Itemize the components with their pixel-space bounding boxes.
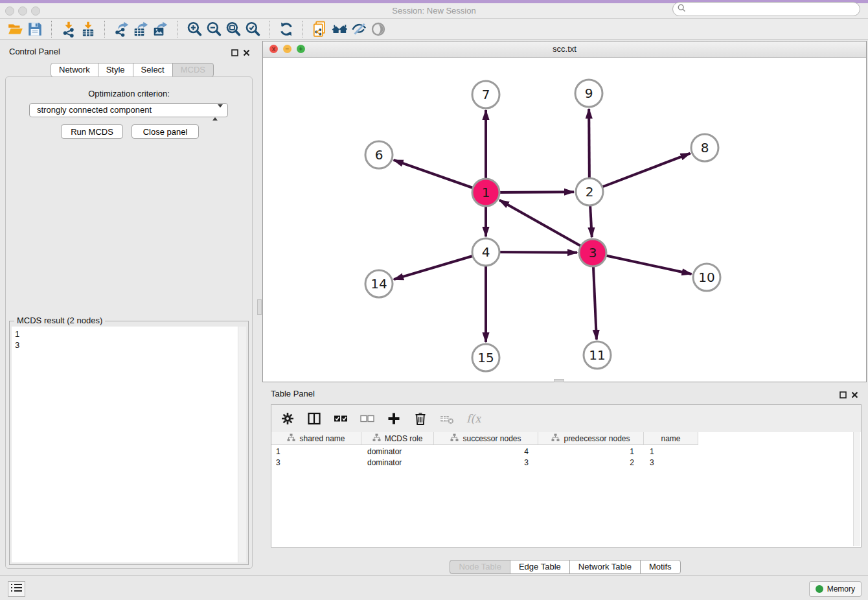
table-row[interactable]: 1dominator411 [271,446,698,457]
node-label: 7 [482,87,490,102]
toolbar-separator [303,21,304,38]
node-11[interactable]: 11 [584,341,611,369]
column-header-MCDS-role[interactable]: MCDS role [361,432,434,445]
table-row[interactable]: 3dominator323 [271,457,698,468]
table-cell[interactable]: 1 [271,446,361,457]
node-6[interactable]: 6 [365,141,393,168]
table-cell[interactable]: dominator [361,457,434,468]
clone-network-icon[interactable] [310,19,330,39]
table-tab-node-table[interactable]: Node Table [450,560,510,574]
edge-3-1[interactable] [499,200,593,253]
add-row-icon[interactable] [385,409,402,428]
table-panel: Table Panel f(x) shared nameMCDS rolesuc… [262,386,868,575]
zoom-in-icon[interactable] [185,19,204,39]
show-graphics-details-icon[interactable] [369,19,388,39]
close-panel-icon[interactable] [243,47,250,59]
memory-status-icon [816,585,823,593]
control-tab-select[interactable]: Select [133,63,173,77]
task-history-button[interactable] [8,581,25,597]
table-cell[interactable]: 2 [538,457,644,468]
search-field[interactable] [672,2,860,16]
node-8[interactable]: 8 [691,134,718,161]
delete-column-icon [439,409,455,428]
control-tab-mcds[interactable]: MCDS [172,63,214,77]
zoom-selected-icon[interactable] [243,19,262,39]
control-tab-style[interactable]: Style [98,63,133,77]
save-session-icon[interactable] [25,19,45,39]
tree-icon [551,433,560,444]
table-cell[interactable]: 1 [644,446,698,457]
control-tab-network[interactable]: Network [51,63,98,77]
column-header-predecessor-nodes[interactable]: predecessor nodes [538,432,644,445]
node-15[interactable]: 15 [472,344,499,371]
float-panel-icon[interactable] [231,47,238,59]
control-panel-tabs: NetworkStyleSelectMCDS [51,63,214,77]
table-cell[interactable]: 3 [271,457,361,468]
node-table[interactable]: shared nameMCDS rolesuccessor nodesprede… [271,432,861,547]
hide-graphics-details-icon[interactable] [349,19,369,39]
node-4[interactable]: 4 [472,238,499,266]
edge-3-10[interactable] [593,253,692,274]
gear-icon[interactable] [279,409,296,428]
zoom-fit-icon[interactable] [223,19,243,39]
network-graph-canvas[interactable]: 7968124314101511 [263,57,866,382]
table-cell[interactable]: 4 [434,446,538,457]
memory-button[interactable]: Memory [809,581,862,597]
node-2[interactable]: 2 [576,178,603,205]
close-panel-button[interactable]: Close panel [131,124,199,139]
node-label: 3 [589,245,597,260]
table-cell[interactable]: 3 [644,457,698,468]
node-9[interactable]: 9 [575,80,602,107]
mcds-tab-content: Optimization criterion: strongly connect… [5,76,253,569]
edge-2-8[interactable] [589,154,691,192]
zoom-out-icon[interactable] [204,19,223,39]
close-table-panel-icon[interactable] [851,389,858,401]
node-3[interactable]: 3 [579,239,606,266]
table-cell[interactable]: 3 [434,457,538,468]
network-window-titlebar[interactable]: x − + scc.txt [263,41,866,58]
import-table-icon[interactable] [78,19,98,39]
search-input[interactable] [689,4,860,14]
export-image-icon[interactable] [151,19,170,39]
horizontal-splitter-handle[interactable] [554,379,564,382]
network-view-window: x − + scc.txt 7968124314101511 [262,41,867,382]
deselect-all-icon[interactable] [359,409,376,428]
optimization-criterion-select[interactable]: strongly connected component [29,103,228,117]
column-header-name[interactable]: name [644,432,698,445]
node-7[interactable]: 7 [472,81,499,108]
node-label: 4 [482,244,490,260]
column-header-label: successor nodes [463,434,521,443]
home-icon[interactable] [330,19,349,39]
mcds-result-text[interactable]: 13 [12,327,246,562]
export-table-icon[interactable] [131,19,151,39]
node-14[interactable]: 14 [365,270,393,297]
column-view-icon[interactable] [306,409,323,428]
node-10[interactable]: 10 [693,264,720,291]
table-scrollbar[interactable] [853,432,860,546]
edge-1-6[interactable] [394,160,486,192]
table-tab-network-table[interactable]: Network Table [569,560,641,574]
table-tab-motifs[interactable]: Motifs [640,560,681,574]
refresh-layout-icon[interactable] [277,19,296,39]
vertical-splitter-handle[interactable] [257,299,262,315]
result-line: 1 [15,329,243,340]
result-scrollbar[interactable] [238,327,246,562]
column-header-successor-nodes[interactable]: successor nodes [434,432,538,445]
search-icon [678,3,686,15]
delete-row-icon[interactable] [412,409,429,428]
table-cell[interactable]: dominator [361,446,434,457]
column-header-shared-name[interactable]: shared name [271,432,361,445]
export-network-icon[interactable] [112,19,131,39]
run-mcds-button[interactable]: Run MCDS [61,124,123,139]
open-folder-icon[interactable] [6,19,25,39]
float-table-panel-icon[interactable] [839,389,847,401]
table-panel-title: Table Panel [271,389,315,398]
tree-icon [287,433,295,444]
import-network-icon[interactable] [59,19,78,39]
node-label: 9 [585,86,593,101]
table-cell[interactable]: 1 [538,446,644,457]
node-1[interactable]: 1 [472,179,499,206]
select-all-icon[interactable] [332,409,349,428]
table-tab-edge-table[interactable]: Edge Table [510,560,570,574]
table-panel-tabs: Node TableEdge TableNetwork TableMotifs [262,560,868,574]
